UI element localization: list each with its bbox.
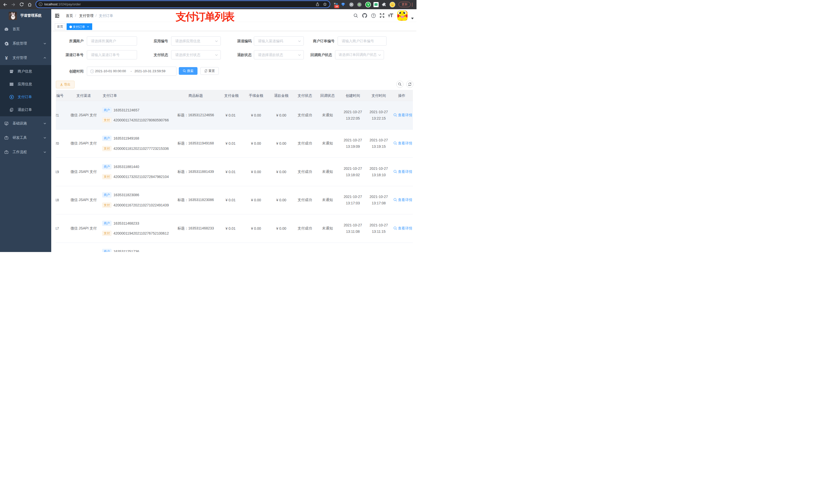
svg-text:⌘: ⌘	[350, 3, 353, 6]
svg-text:¥: ¥	[11, 96, 13, 99]
svg-text:¥: ¥	[5, 55, 8, 61]
